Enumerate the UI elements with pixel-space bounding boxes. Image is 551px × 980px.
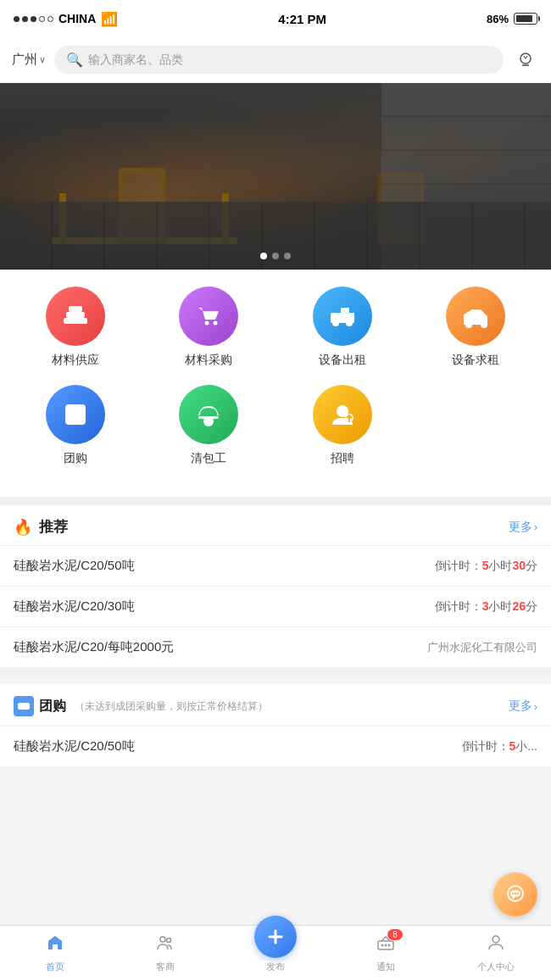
materials-purchase-icon [179,287,238,346]
group-buy-section: 团购 （未达到成团采购量，则按正常价格结算） 更多 › 硅酸岩水泥/C20/50… [0,684,551,766]
svg-rect-18 [207,420,210,424]
svg-rect-12 [464,316,481,325]
banner-dot-2 [272,253,279,259]
svg-point-14 [69,409,75,416]
category-group-buy[interactable]: 团购 [25,385,126,466]
dot5 [47,16,53,22]
labor-label: 清包工 [191,451,226,466]
countdown-label-1: 倒计时： [435,559,482,572]
rec-item-2-name: 硅酸岩水泥/C20/30吨 [14,599,135,615]
status-right: 86% [487,13,537,25]
battery-icon [514,13,537,25]
battery-fill [516,15,532,22]
category-recruit[interactable]: 招聘 [292,385,393,466]
svg-point-5 [214,321,218,326]
dot4 [39,16,45,22]
floor [0,202,551,270]
rec-more-label: 更多 [509,520,532,535]
status-time: 4:21 PM [278,12,326,26]
category-materials-supply[interactable]: 材料供应 [25,287,126,368]
rec-title: 🔥 推荐 [14,517,68,537]
status-bar: CHINA 📶 4:21 PM 86% [0,0,551,37]
svg-rect-3 [69,306,82,312]
location-button[interactable]: 广州 ∨ [12,52,46,68]
banner-image [0,83,551,270]
rec-item-3-company: 广州水泥化工有限公司 [427,640,537,655]
materials-purchase-label: 材料采购 [185,353,232,368]
fire-icon: 🔥 [14,518,32,537]
category-section: 材料供应 材料采购 设备出租 设备求租 团购 [0,270,551,497]
equipment-rent-icon [446,287,505,346]
rec-title-label: 推荐 [39,517,68,537]
rec-item-1[interactable]: 硅酸岩水泥/C20/50吨 倒计时：5小时30分 [0,545,551,586]
chevron-right-icon: › [534,521,537,533]
wifi-icon: 📶 [101,11,118,27]
banner-dot-1 [260,253,267,259]
minutes-unit-2: 分 [526,599,537,613]
category-row-2: 团购 清包工 招聘 [8,385,543,466]
search-input-wrap[interactable]: 🔍 输入商家名、品类 [54,46,504,74]
banner [0,83,551,270]
group-buy-title: 团购 [39,698,66,716]
dot2 [22,16,28,22]
dot3 [31,16,36,22]
rec-item-1-time: 倒计时：5小时30分 [435,559,537,574]
group-icon [14,696,34,716]
category-materials-purchase[interactable]: 材料采购 [158,287,259,368]
group-buy-icon [46,385,105,444]
section-divider-1 [0,497,551,505]
section-divider-2 [0,667,551,676]
rec-header: 🔥 推荐 更多 › [0,505,551,545]
rec-item-1-name: 硅酸岩水泥/C20/50吨 [14,558,135,574]
category-row-1: 材料供应 材料采购 设备出租 设备求租 [8,287,543,368]
battery-percent: 86% [487,13,509,25]
equipment-rent-out-icon [313,287,372,346]
banner-dots [260,253,291,259]
svg-rect-1 [64,318,87,324]
recruit-label: 招聘 [331,451,354,466]
group-chevron-right-icon: › [534,700,537,713]
search-bar: 广州 ∨ 🔍 输入商家名、品类 [0,37,551,83]
group-more-button[interactable]: 更多 › [509,699,537,714]
banner-dot-3 [284,253,291,259]
recommendation-section: 🔥 推荐 更多 › 硅酸岩水泥/C20/50吨 倒计时：5小时30分 硅酸岩水泥… [0,505,551,667]
dot1 [14,16,19,22]
rec-more-button[interactable]: 更多 › [509,520,537,535]
chevron-down-icon: ∨ [39,54,46,65]
svg-rect-8 [331,313,348,323]
search-icon: 🔍 [66,52,83,68]
rec-list: 硅酸岩水泥/C20/50吨 倒计时：5小时30分 硅酸岩水泥/C20/30吨 倒… [0,545,551,667]
category-equipment-rent[interactable]: 设备求租 [425,287,526,368]
bottom-padding [0,766,551,830]
group-countdown-label: 倒计时： [462,739,509,753]
svg-point-15 [75,409,82,416]
group-buy-subtitle: （未达到成团采购量，则按正常价格结算） [75,699,268,714]
rec-item-3[interactable]: 硅酸岩水泥/C20/每吨2000元 广州水泥化工有限公司 [0,626,551,667]
materials-supply-label: 材料供应 [52,353,99,368]
group-title-wrap: 团购 （未达到成团采购量，则按正常价格结算） [14,696,268,716]
minutes-unit-1: 分 [526,559,537,572]
hours-unit-1: 小时 [488,559,512,572]
svg-rect-9 [341,308,349,313]
equipment-rent-label: 设备求租 [452,353,499,368]
group-item-1[interactable]: 硅酸岩水泥/C20/50吨 倒计时：5小... [0,726,551,766]
rec-item-2[interactable]: 硅酸岩水泥/C20/30吨 倒计时：3小时26分 [0,586,551,626]
group-item-1-time: 倒计时：5小... [462,739,537,754]
group-more-label: 更多 [509,699,532,714]
group-header: 团购 （未达到成团采购量，则按正常价格结算） 更多 › [0,684,551,726]
search-placeholder: 输入商家名、品类 [88,53,183,68]
labor-icon [179,385,238,444]
svg-point-4 [205,321,209,326]
svg-point-22 [19,704,24,709]
minutes-1: 30 [512,559,526,572]
category-equipment-rent-out[interactable]: 设备出租 [292,287,393,368]
countdown-label-2: 倒计时： [435,599,482,613]
group-buy-label: 团购 [64,451,87,466]
signal-dots [14,16,53,22]
group-item-1-name: 硅酸岩水泥/C20/50吨 [14,738,135,754]
status-left: CHINA 📶 [14,11,118,27]
category-labor[interactable]: 清包工 [158,385,259,466]
minutes-2: 26 [512,599,526,613]
rec-item-3-name: 硅酸岩水泥/C20/每吨2000元 [14,639,174,655]
coupon-icon[interactable] [512,47,539,74]
